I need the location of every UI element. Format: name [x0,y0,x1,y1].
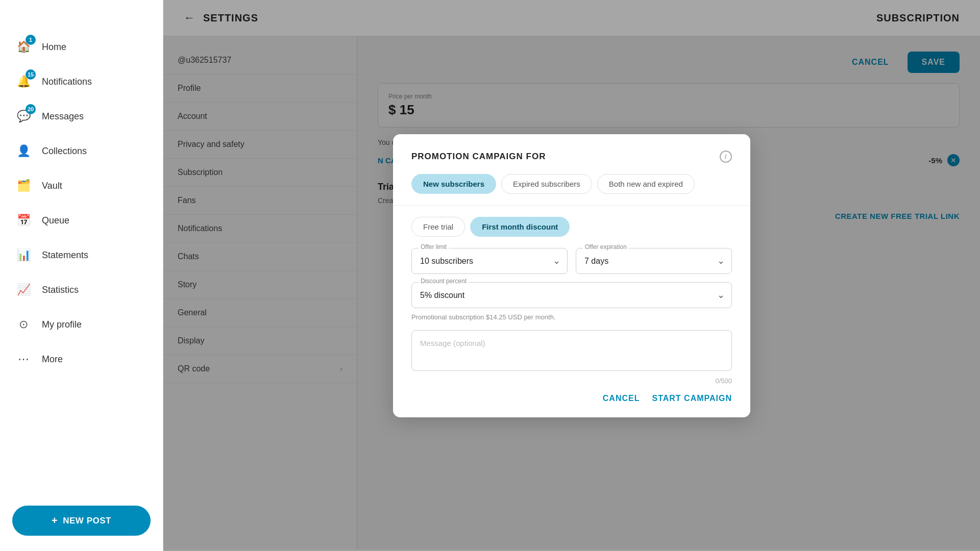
new-post-button[interactable]: + NEW POST [12,506,151,536]
sidebar-item-more[interactable]: ⋯ More [0,342,163,377]
vault-icon: 🗂️ [17,179,31,192]
modal-overlay: PROMOTION CAMPAIGN FOR i New subscribers… [163,0,980,551]
offer-expiration-field: Offer expiration 7 days 1 day 3 days 14 … [576,248,732,274]
collections-icon-wrap: 👤 [14,142,33,160]
statistics-label: Statistics [42,285,79,295]
sidebar-item-queue[interactable]: 📅 Queue [0,203,163,238]
discount-percent-label: Discount percent [419,278,469,285]
offer-expiration-label: Offer expiration [583,243,629,251]
modal-footer: CANCEL START CAMPAIGN [411,392,732,403]
statements-icon: 📊 [17,248,31,262]
modal-divider [393,205,750,206]
subscriber-type-tabs: New subscribers Expired subscribers Both… [411,174,732,194]
home-badge: 1 [26,35,36,45]
new-post-label: NEW POST [63,516,111,526]
vault-label: Vault [42,181,62,191]
main-content: ← SETTINGS SUBSCRIPTION @u362515737 Prof… [163,0,980,551]
info-icon[interactable]: i [720,151,732,163]
my-profile-icon: ⊙ [19,318,28,331]
sidebar: 🏠 1 Home 🔔 15 Notifications 💬 20 Message… [0,0,163,551]
queue-label: Queue [42,215,69,226]
more-label: More [42,354,63,365]
tab-both-subscribers[interactable]: Both new and expired [597,174,695,194]
collections-icon: 👤 [17,144,31,158]
modal-cancel-button[interactable]: CANCEL [603,394,640,403]
tab-new-subscribers[interactable]: New subscribers [411,174,496,194]
promo-note: Promotional subscription $14.25 USD per … [411,313,732,321]
collections-label: Collections [42,146,87,157]
statements-label: Statements [42,250,88,261]
sidebar-logo [0,0,163,26]
campaign-type-tabs: Free trial First month discount [411,217,732,237]
sidebar-item-messages[interactable]: 💬 20 Messages [0,99,163,134]
queue-icon-wrap: 📅 [14,211,33,230]
message-textarea[interactable] [411,330,732,371]
more-icon-wrap: ⋯ [14,350,33,368]
notifications-badge: 15 [26,69,36,80]
messages-badge: 20 [26,104,36,114]
promotion-campaign-modal: PROMOTION CAMPAIGN FOR i New subscribers… [393,134,750,417]
offer-limit-select[interactable]: 10 subscribers No limit 1 subscriber 5 s… [411,248,568,274]
statements-icon-wrap: 📊 [14,246,33,264]
statistics-icon-wrap: 📈 [14,281,33,299]
home-label: Home [42,42,66,53]
offer-limit-field: Offer limit 10 subscribers No limit 1 su… [411,248,568,274]
my-profile-label: My profile [42,319,82,330]
tab-expired-subscribers[interactable]: Expired subscribers [501,174,592,194]
modal-title-row: PROMOTION CAMPAIGN FOR i [411,151,732,163]
offer-expiration-select[interactable]: 7 days 1 day 3 days 14 days 30 days [576,248,732,274]
vault-icon-wrap: 🗂️ [14,177,33,195]
messages-icon-wrap: 💬 20 [14,107,33,126]
messages-label: Messages [42,111,84,122]
home-icon-wrap: 🏠 1 [14,38,33,56]
discount-form-row: Discount percent 5% discount 10% discoun… [411,282,732,308]
my-profile-icon-wrap: ⊙ [14,315,33,334]
statistics-icon: 📈 [17,283,31,296]
notifications-label: Notifications [42,77,92,87]
offer-form-row: Offer limit 10 subscribers No limit 1 su… [411,248,732,274]
sidebar-item-collections[interactable]: 👤 Collections [0,134,163,168]
subtab-first-month-discount[interactable]: First month discount [470,217,570,237]
sidebar-item-vault[interactable]: 🗂️ Vault [0,168,163,203]
plus-icon: + [52,515,58,527]
discount-percent-select[interactable]: 5% discount 10% discount 15% discount 20… [411,282,732,308]
sidebar-item-my-profile[interactable]: ⊙ My profile [0,307,163,342]
sidebar-item-statements[interactable]: 📊 Statements [0,238,163,272]
modal-start-campaign-button[interactable]: START CAMPAIGN [652,394,732,403]
more-icon: ⋯ [18,353,29,366]
discount-percent-field: Discount percent 5% discount 10% discoun… [411,282,732,308]
sidebar-item-home[interactable]: 🏠 1 Home [0,30,163,64]
offer-limit-label: Offer limit [419,243,449,251]
modal-title-text: PROMOTION CAMPAIGN FOR [411,152,546,162]
queue-icon: 📅 [17,214,31,227]
sidebar-item-statistics[interactable]: 📈 Statistics [0,272,163,307]
notifications-icon-wrap: 🔔 15 [14,72,33,91]
char-count: 0/500 [411,377,732,385]
sidebar-item-notifications[interactable]: 🔔 15 Notifications [0,64,163,99]
message-field [411,330,732,373]
sidebar-nav: 🏠 1 Home 🔔 15 Notifications 💬 20 Message… [0,26,163,495]
subtab-free-trial[interactable]: Free trial [411,217,465,237]
